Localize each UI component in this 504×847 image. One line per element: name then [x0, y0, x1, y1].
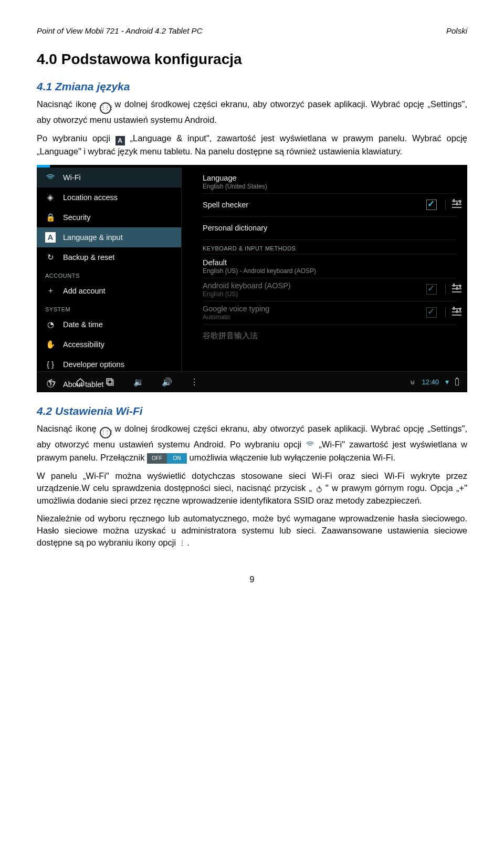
sliders-icon[interactable]	[445, 200, 457, 210]
checkbox-icon	[426, 307, 437, 318]
row-title: 谷歌拼音输入法	[203, 331, 258, 341]
page-number: 9	[37, 575, 467, 584]
svg-rect-1	[108, 380, 113, 385]
text: Po wybraniu opcji	[37, 133, 116, 143]
row-subtitle: English (US) - Android keyboard (AOSP)	[203, 267, 316, 275]
row-google-voice[interactable]: Google voice typing Automatic	[203, 301, 457, 325]
wifi-icon	[45, 172, 56, 183]
sidebar-label: Wi-Fi	[63, 173, 81, 182]
toggle-on-label: ON	[167, 453, 187, 464]
apps-grid-icon	[100, 102, 111, 114]
volume-up-icon[interactable]: 🔊	[162, 377, 172, 387]
sidebar-label: Accessibility	[63, 340, 104, 349]
language-icon: A	[45, 232, 56, 243]
text: Nacisnąć ikonę	[37, 99, 100, 109]
toggle-switch-icon: OFF ON	[147, 453, 187, 464]
sidebar-item-wifi[interactable]: Wi-Fi	[37, 168, 181, 187]
row-android-keyboard[interactable]: Android keyboard (AOSP) English (US)	[203, 278, 457, 301]
sidebar-item-language[interactable]: A Language & input	[37, 227, 181, 247]
sidebar-item-location[interactable]: ◈ Location access	[37, 187, 181, 207]
text: Nacisnąć ikonę	[37, 424, 100, 433]
braces-icon: { }	[45, 359, 56, 370]
apps-grid-icon	[100, 427, 111, 438]
para-42-3: Niezależnie od wyboru ręcznego lub autom…	[37, 513, 467, 548]
text: .	[187, 538, 190, 547]
sidebar-item-backup[interactable]: ↻ Backup & reset	[37, 247, 181, 267]
row-title: Personal dictionary	[203, 224, 267, 232]
para-42-1: Nacisnąć ikonę w dolnej środkowej części…	[37, 423, 467, 464]
sidebar-item-accessibility[interactable]: ✋ Accessibility	[37, 334, 181, 354]
status-wifi-icon: ▾	[445, 378, 449, 386]
row-title: Language	[203, 174, 267, 182]
android-settings-screenshot: Wi-Fi ◈ Location access 🔒 Security A Lan…	[37, 165, 467, 392]
text: Niezależnie od wyboru ręcznego lub autom…	[37, 514, 467, 547]
nav-home-icon[interactable]	[75, 376, 86, 388]
doc-title-left: Point of View Mobii 721 - Android 4.2 Ta…	[37, 26, 202, 35]
row-pinyin[interactable]: 谷歌拼音输入法	[203, 325, 457, 348]
text: umożliwia włączenie lub wyłączenie połąc…	[190, 453, 396, 462]
sidebar-header-accounts: ACCOUNTS	[37, 267, 181, 281]
usb-icon: ⊌	[410, 378, 415, 386]
language-input-icon: A	[116, 136, 125, 145]
sidebar-item-addaccount[interactable]: ＋ Add account	[37, 281, 181, 301]
row-personal-dictionary[interactable]: Personal dictionary	[203, 217, 457, 240]
sidebar-item-developer[interactable]: { } Developer options	[37, 354, 181, 374]
sidebar-label: Developer options	[63, 360, 124, 369]
row-language[interactable]: Language English (United States)	[203, 171, 457, 194]
settings-content: Language English (United States) Spell c…	[182, 168, 467, 371]
sidebar-label: Location access	[63, 193, 118, 202]
settings-sidebar: Wi-Fi ◈ Location access 🔒 Security A Lan…	[37, 168, 182, 371]
row-title: Google voice typing	[203, 305, 269, 313]
checkbox-icon[interactable]	[426, 200, 437, 210]
row-subtitle: Automatic	[203, 313, 269, 321]
wifi-icon	[306, 440, 314, 452]
hand-icon: ✋	[45, 339, 56, 350]
para-42-2: W panelu „Wi-Fi" można wyświetlić dotych…	[37, 470, 467, 507]
sliders-icon[interactable]	[445, 307, 457, 318]
heading-41: 4.1 Zmiana języka	[37, 80, 467, 93]
nav-back-icon[interactable]	[45, 376, 57, 388]
doc-title-right: Polski	[446, 26, 467, 35]
sidebar-item-security[interactable]: 🔒 Security	[37, 207, 181, 227]
status-time: 12:40	[422, 378, 439, 386]
row-subtitle: English (US)	[203, 290, 291, 298]
more-icon[interactable]: ⋮	[190, 377, 198, 387]
nav-recent-icon[interactable]	[104, 376, 116, 388]
sidebar-label: Backup & reset	[63, 253, 114, 262]
row-title: Default	[203, 258, 316, 267]
sidebar-label: Date & time	[63, 320, 103, 329]
sidebar-label: Add account	[63, 287, 106, 295]
sidebar-label: Language & input	[63, 233, 123, 242]
svg-rect-0	[107, 379, 112, 384]
row-title: Spell checker	[203, 201, 248, 209]
sidebar-label: Security	[63, 213, 90, 222]
backup-icon: ↻	[45, 252, 56, 263]
status-battery-icon	[455, 379, 459, 385]
clock-icon: ◔	[45, 319, 56, 330]
options-menu-icon: ⋮	[178, 538, 185, 548]
para-41-1: Nacisnąć ikonę w dolnej środkowej części…	[37, 98, 467, 126]
heading-1: 4.0 Podstawowa konfiguracja	[37, 51, 467, 68]
row-title: Android keyboard (AOSP)	[203, 281, 291, 290]
checkbox-icon	[426, 284, 437, 295]
sidebar-header-system: SYSTEM	[37, 301, 181, 315]
content-header-keyboard: KEYBOARD & INPUT METHODS	[203, 240, 457, 254]
volume-down-icon[interactable]: 🔉	[133, 377, 144, 387]
refresh-icon: ⟳	[313, 485, 324, 492]
sidebar-item-datetime[interactable]: ◔ Date & time	[37, 315, 181, 334]
plus-icon: ＋	[45, 286, 56, 296]
row-spellchecker[interactable]: Spell checker	[203, 194, 457, 217]
sliders-icon[interactable]	[445, 284, 457, 295]
row-subtitle: English (United States)	[203, 183, 267, 190]
para-41-2: Po wybraniu opcji A „Language & input", …	[37, 132, 467, 158]
heading-42: 4.2 Ustawienia Wi-Fi	[37, 405, 467, 417]
location-icon: ◈	[45, 192, 56, 203]
lock-icon: 🔒	[45, 212, 56, 223]
toggle-off-label: OFF	[147, 453, 167, 464]
row-default-keyboard[interactable]: Default English (US) - Android keyboard …	[203, 255, 457, 278]
